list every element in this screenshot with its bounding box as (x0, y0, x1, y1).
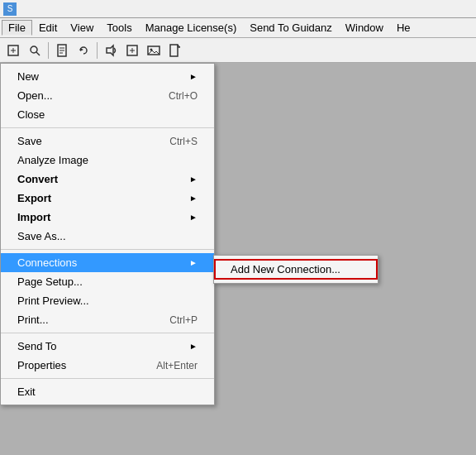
toolbar-export-btn[interactable] (122, 41, 142, 60)
menu-item-close-label: Close (17, 108, 45, 121)
menu-item-exit[interactable]: Exit (1, 382, 214, 401)
menu-item-export[interactable]: Export ► (1, 189, 214, 208)
menu-bar-view[interactable]: View (64, 20, 100, 36)
submenu-item-add-connection[interactable]: Add New Connection... (214, 259, 378, 280)
menu-item-open-label: Open... (17, 89, 53, 102)
menu-sep-4 (1, 378, 214, 379)
toolbar-rotate-btn[interactable] (74, 41, 93, 60)
menu-bar-help[interactable]: He (390, 20, 417, 36)
menu-item-convert[interactable]: Convert ► (1, 170, 214, 189)
menu-item-save-shortcut: Ctrl+S (169, 136, 198, 147)
menu-item-new[interactable]: New ► (1, 67, 214, 86)
menu-bar-send-to-guidanz[interactable]: Send To Guidanz (243, 20, 339, 36)
menu-item-pagesetup[interactable]: Page Setup... (1, 272, 214, 291)
menu-item-import-label: Import (17, 211, 50, 223)
menu-item-open-shortcut: Ctrl+O (169, 90, 198, 102)
toolbar-image-btn[interactable] (144, 41, 164, 60)
menu-bar-edit[interactable]: Edit (32, 20, 64, 36)
svg-line-4 (36, 52, 40, 55)
menu-sep-1 (1, 127, 214, 128)
menu-item-connections-label: Connections (17, 256, 77, 269)
menu-item-analyze[interactable]: Analyze Image (1, 151, 214, 170)
menu-item-printpreview-label: Print Preview... (17, 295, 89, 307)
menu-item-save-label: Save (17, 135, 42, 147)
menu-bar: File Edit View Tools Manage License(s) S… (0, 18, 476, 38)
title-bar: S (0, 0, 476, 18)
menu-item-convert-label: Convert (17, 173, 58, 185)
toolbar-sep-2 (97, 42, 98, 59)
menu-item-convert-arrow: ► (189, 175, 198, 184)
menu-item-properties-shortcut: Alt+Enter (156, 360, 198, 371)
menu-item-open[interactable]: Open... Ctrl+O (1, 86, 214, 105)
menu-item-new-arrow: ► (189, 72, 198, 81)
menu-item-import-arrow: ► (189, 213, 198, 222)
menu-item-connections-arrow: ► (189, 258, 198, 267)
menu-item-pagesetup-label: Page Setup... (17, 275, 83, 288)
toolbar-audio-btn[interactable] (101, 41, 121, 60)
menu-item-print-label: Print... (17, 314, 49, 326)
menu-item-properties-label: Properties (17, 359, 66, 371)
menu-bar-tools[interactable]: Tools (100, 20, 138, 36)
menu-bar-window[interactable]: Window (339, 20, 390, 36)
menu-item-connections[interactable]: Connections ► (1, 253, 214, 272)
toolbar-zoom-btn[interactable] (25, 41, 45, 60)
toolbar-doc-btn[interactable] (165, 41, 185, 60)
toolbar-page-btn[interactable] (52, 41, 72, 60)
menu-sep-2 (1, 249, 214, 250)
menu-item-printpreview[interactable]: Print Preview... (1, 291, 214, 310)
menu-item-sendto-arrow: ► (189, 342, 198, 351)
menu-item-saveas[interactable]: Save As... (1, 227, 214, 246)
menu-item-print-shortcut: Ctrl+P (169, 314, 198, 326)
svg-point-3 (31, 46, 37, 53)
submenu-item-add-connection-label: Add New Connection... (231, 263, 340, 275)
menu-item-close[interactable]: Close (1, 105, 214, 124)
menu-item-saveas-label: Save As... (17, 230, 66, 242)
menu-item-print[interactable]: Print... Ctrl+P (1, 310, 214, 329)
menu-bar-manage-license[interactable]: Manage License(s) (139, 20, 244, 36)
toolbar (0, 38, 476, 63)
svg-marker-9 (80, 48, 83, 51)
menu-item-exit-label: Exit (17, 386, 36, 398)
menu-item-export-arrow: ► (189, 194, 198, 203)
svg-marker-10 (107, 46, 113, 55)
menu-item-export-label: Export (17, 192, 51, 204)
toolbar-zoom-rect-btn[interactable] (3, 41, 23, 60)
app-icon: S (3, 2, 17, 16)
menu-item-analyze-label: Analyze Image (17, 154, 88, 166)
file-menu: New ► Open... Ctrl+O Close Save Ctrl+S A… (0, 63, 215, 405)
menu-item-sendto[interactable]: Send To ► (1, 337, 214, 356)
main-area: New ► Open... Ctrl+O Close Save Ctrl+S A… (0, 63, 476, 455)
menu-item-new-label: New (17, 70, 39, 83)
toolbar-sep-1 (48, 42, 49, 59)
connections-submenu: Add New Connection... (213, 255, 378, 284)
menu-sep-3 (1, 333, 214, 333)
menu-item-properties[interactable]: Properties Alt+Enter (1, 356, 214, 375)
menu-item-sendto-label: Send To (17, 340, 56, 352)
menu-item-import[interactable]: Import ► (1, 208, 214, 227)
menu-item-save[interactable]: Save Ctrl+S (1, 132, 214, 151)
svg-rect-16 (170, 45, 178, 56)
menu-bar-file[interactable]: File (2, 20, 32, 36)
